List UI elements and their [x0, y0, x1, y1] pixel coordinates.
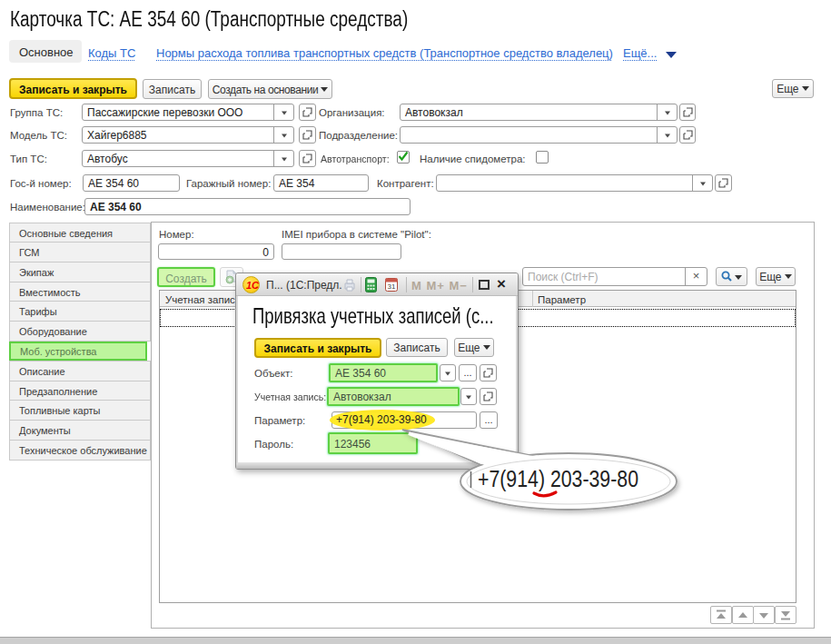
svg-text:31: 31 — [388, 282, 396, 291]
